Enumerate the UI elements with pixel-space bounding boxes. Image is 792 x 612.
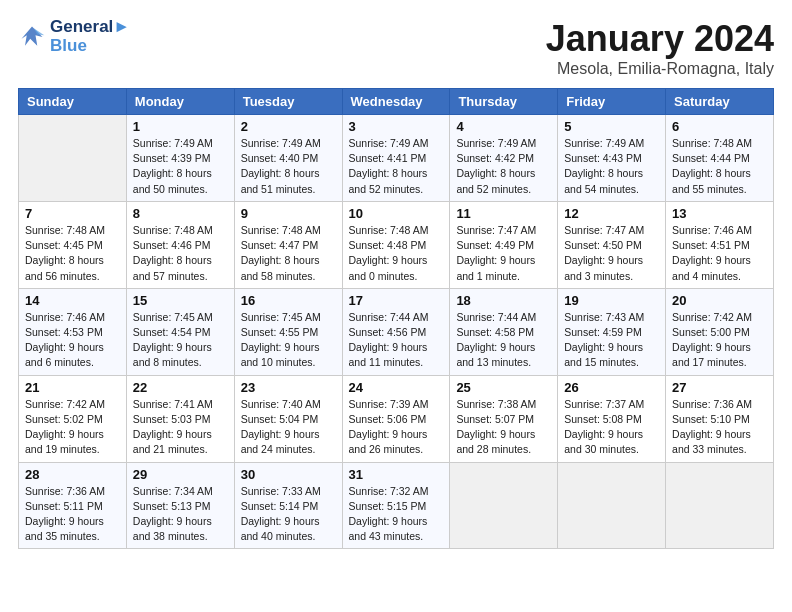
day-info: Sunrise: 7:42 AMSunset: 5:02 PMDaylight:… <box>25 397 120 458</box>
day-cell: 28Sunrise: 7:36 AMSunset: 5:11 PMDayligh… <box>19 462 127 549</box>
day-info: Sunrise: 7:36 AMSunset: 5:10 PMDaylight:… <box>672 397 767 458</box>
day-info: Sunrise: 7:33 AMSunset: 5:14 PMDaylight:… <box>241 484 336 545</box>
day-info: Sunrise: 7:48 AMSunset: 4:45 PMDaylight:… <box>25 223 120 284</box>
day-cell: 27Sunrise: 7:36 AMSunset: 5:10 PMDayligh… <box>666 375 774 462</box>
day-cell: 6Sunrise: 7:48 AMSunset: 4:44 PMDaylight… <box>666 115 774 202</box>
week-row-4: 21Sunrise: 7:42 AMSunset: 5:02 PMDayligh… <box>19 375 774 462</box>
logo-text: General► Blue <box>50 18 130 55</box>
day-info: Sunrise: 7:36 AMSunset: 5:11 PMDaylight:… <box>25 484 120 545</box>
day-info: Sunrise: 7:45 AMSunset: 4:54 PMDaylight:… <box>133 310 228 371</box>
day-number: 25 <box>456 380 551 395</box>
day-cell: 5Sunrise: 7:49 AMSunset: 4:43 PMDaylight… <box>558 115 666 202</box>
day-cell: 19Sunrise: 7:43 AMSunset: 4:59 PMDayligh… <box>558 288 666 375</box>
day-number: 9 <box>241 206 336 221</box>
logo: General► Blue <box>18 18 130 55</box>
logo-icon <box>18 23 46 51</box>
day-number: 24 <box>349 380 444 395</box>
day-info: Sunrise: 7:44 AMSunset: 4:58 PMDaylight:… <box>456 310 551 371</box>
day-info: Sunrise: 7:40 AMSunset: 5:04 PMDaylight:… <box>241 397 336 458</box>
day-cell: 2Sunrise: 7:49 AMSunset: 4:40 PMDaylight… <box>234 115 342 202</box>
day-cell: 4Sunrise: 7:49 AMSunset: 4:42 PMDaylight… <box>450 115 558 202</box>
day-number: 19 <box>564 293 659 308</box>
day-info: Sunrise: 7:46 AMSunset: 4:53 PMDaylight:… <box>25 310 120 371</box>
day-info: Sunrise: 7:47 AMSunset: 4:50 PMDaylight:… <box>564 223 659 284</box>
day-number: 5 <box>564 119 659 134</box>
day-info: Sunrise: 7:45 AMSunset: 4:55 PMDaylight:… <box>241 310 336 371</box>
day-number: 23 <box>241 380 336 395</box>
day-info: Sunrise: 7:47 AMSunset: 4:49 PMDaylight:… <box>456 223 551 284</box>
day-info: Sunrise: 7:46 AMSunset: 4:51 PMDaylight:… <box>672 223 767 284</box>
day-info: Sunrise: 7:37 AMSunset: 5:08 PMDaylight:… <box>564 397 659 458</box>
day-cell: 7Sunrise: 7:48 AMSunset: 4:45 PMDaylight… <box>19 201 127 288</box>
day-number: 21 <box>25 380 120 395</box>
day-number: 13 <box>672 206 767 221</box>
day-cell: 25Sunrise: 7:38 AMSunset: 5:07 PMDayligh… <box>450 375 558 462</box>
month-title: January 2024 <box>546 18 774 60</box>
day-info: Sunrise: 7:48 AMSunset: 4:44 PMDaylight:… <box>672 136 767 197</box>
day-info: Sunrise: 7:49 AMSunset: 4:43 PMDaylight:… <box>564 136 659 197</box>
day-number: 6 <box>672 119 767 134</box>
day-cell: 31Sunrise: 7:32 AMSunset: 5:15 PMDayligh… <box>342 462 450 549</box>
weekday-header-friday: Friday <box>558 89 666 115</box>
day-cell: 20Sunrise: 7:42 AMSunset: 5:00 PMDayligh… <box>666 288 774 375</box>
day-number: 18 <box>456 293 551 308</box>
day-number: 4 <box>456 119 551 134</box>
day-cell: 17Sunrise: 7:44 AMSunset: 4:56 PMDayligh… <box>342 288 450 375</box>
day-cell: 26Sunrise: 7:37 AMSunset: 5:08 PMDayligh… <box>558 375 666 462</box>
day-number: 10 <box>349 206 444 221</box>
day-cell <box>666 462 774 549</box>
day-number: 15 <box>133 293 228 308</box>
week-row-2: 7Sunrise: 7:48 AMSunset: 4:45 PMDaylight… <box>19 201 774 288</box>
day-cell: 1Sunrise: 7:49 AMSunset: 4:39 PMDaylight… <box>126 115 234 202</box>
day-cell: 8Sunrise: 7:48 AMSunset: 4:46 PMDaylight… <box>126 201 234 288</box>
day-cell: 21Sunrise: 7:42 AMSunset: 5:02 PMDayligh… <box>19 375 127 462</box>
day-cell: 13Sunrise: 7:46 AMSunset: 4:51 PMDayligh… <box>666 201 774 288</box>
day-info: Sunrise: 7:48 AMSunset: 4:48 PMDaylight:… <box>349 223 444 284</box>
day-number: 22 <box>133 380 228 395</box>
svg-marker-0 <box>22 26 43 45</box>
day-number: 31 <box>349 467 444 482</box>
calendar-table: SundayMondayTuesdayWednesdayThursdayFrid… <box>18 88 774 549</box>
day-number: 27 <box>672 380 767 395</box>
day-cell: 9Sunrise: 7:48 AMSunset: 4:47 PMDaylight… <box>234 201 342 288</box>
weekday-header-monday: Monday <box>126 89 234 115</box>
day-cell: 3Sunrise: 7:49 AMSunset: 4:41 PMDaylight… <box>342 115 450 202</box>
day-number: 20 <box>672 293 767 308</box>
day-info: Sunrise: 7:44 AMSunset: 4:56 PMDaylight:… <box>349 310 444 371</box>
day-info: Sunrise: 7:32 AMSunset: 5:15 PMDaylight:… <box>349 484 444 545</box>
week-row-5: 28Sunrise: 7:36 AMSunset: 5:11 PMDayligh… <box>19 462 774 549</box>
day-cell: 14Sunrise: 7:46 AMSunset: 4:53 PMDayligh… <box>19 288 127 375</box>
week-row-1: 1Sunrise: 7:49 AMSunset: 4:39 PMDaylight… <box>19 115 774 202</box>
day-info: Sunrise: 7:49 AMSunset: 4:39 PMDaylight:… <box>133 136 228 197</box>
day-cell: 24Sunrise: 7:39 AMSunset: 5:06 PMDayligh… <box>342 375 450 462</box>
day-cell: 10Sunrise: 7:48 AMSunset: 4:48 PMDayligh… <box>342 201 450 288</box>
week-row-3: 14Sunrise: 7:46 AMSunset: 4:53 PMDayligh… <box>19 288 774 375</box>
weekday-header-wednesday: Wednesday <box>342 89 450 115</box>
weekday-header-row: SundayMondayTuesdayWednesdayThursdayFrid… <box>19 89 774 115</box>
day-number: 26 <box>564 380 659 395</box>
title-section: January 2024 Mesola, Emilia-Romagna, Ita… <box>546 18 774 78</box>
day-cell: 11Sunrise: 7:47 AMSunset: 4:49 PMDayligh… <box>450 201 558 288</box>
day-number: 8 <box>133 206 228 221</box>
day-info: Sunrise: 7:43 AMSunset: 4:59 PMDaylight:… <box>564 310 659 371</box>
location: Mesola, Emilia-Romagna, Italy <box>546 60 774 78</box>
day-number: 30 <box>241 467 336 482</box>
day-info: Sunrise: 7:49 AMSunset: 4:41 PMDaylight:… <box>349 136 444 197</box>
day-cell: 16Sunrise: 7:45 AMSunset: 4:55 PMDayligh… <box>234 288 342 375</box>
weekday-header-tuesday: Tuesday <box>234 89 342 115</box>
weekday-header-sunday: Sunday <box>19 89 127 115</box>
day-info: Sunrise: 7:41 AMSunset: 5:03 PMDaylight:… <box>133 397 228 458</box>
weekday-header-saturday: Saturday <box>666 89 774 115</box>
day-cell <box>558 462 666 549</box>
day-cell: 23Sunrise: 7:40 AMSunset: 5:04 PMDayligh… <box>234 375 342 462</box>
day-cell: 18Sunrise: 7:44 AMSunset: 4:58 PMDayligh… <box>450 288 558 375</box>
day-info: Sunrise: 7:38 AMSunset: 5:07 PMDaylight:… <box>456 397 551 458</box>
day-number: 14 <box>25 293 120 308</box>
header: General► Blue January 2024 Mesola, Emili… <box>18 18 774 78</box>
day-cell: 22Sunrise: 7:41 AMSunset: 5:03 PMDayligh… <box>126 375 234 462</box>
day-info: Sunrise: 7:49 AMSunset: 4:42 PMDaylight:… <box>456 136 551 197</box>
day-number: 3 <box>349 119 444 134</box>
page: General► Blue January 2024 Mesola, Emili… <box>0 0 792 612</box>
day-cell: 12Sunrise: 7:47 AMSunset: 4:50 PMDayligh… <box>558 201 666 288</box>
day-cell: 29Sunrise: 7:34 AMSunset: 5:13 PMDayligh… <box>126 462 234 549</box>
